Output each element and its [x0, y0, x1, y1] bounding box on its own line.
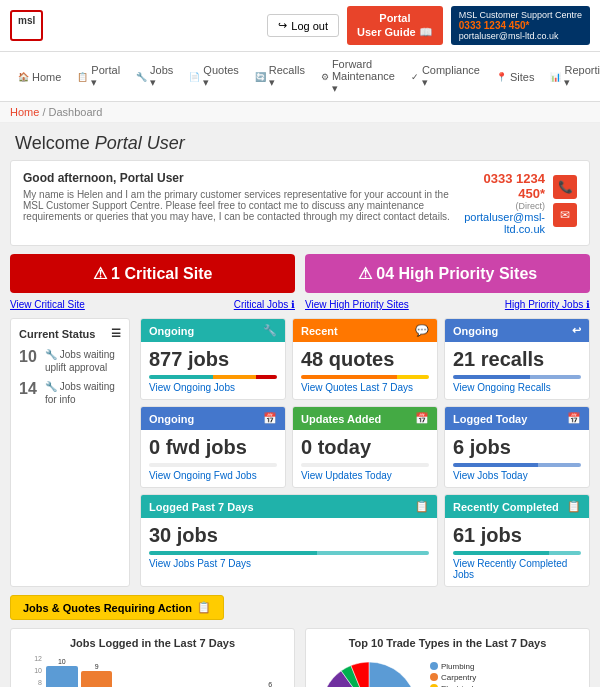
view-fwd-link[interactable]: View Ongoing Fwd Jobs: [149, 470, 277, 481]
critical-links: View Critical Site Critical Jobs ℹ: [10, 299, 295, 310]
welcome-title: Welcome Portal User: [15, 133, 585, 154]
high-priority-jobs-link[interactable]: High Priority Jobs ℹ: [505, 299, 590, 310]
email-button[interactable]: ✉: [553, 203, 577, 227]
updates-icon: 📅: [415, 412, 429, 425]
status-title: Current Status: [19, 328, 95, 340]
completed-icon: 📋: [567, 500, 581, 513]
alert-banners: ⚠ 1 Critical Site ⚠ 04 High Priority Sit…: [10, 254, 590, 293]
card-header-updates: Updates Added 📅: [293, 407, 437, 430]
critical-jobs-link[interactable]: Critical Jobs ℹ: [234, 299, 295, 310]
view-critical-link[interactable]: View Critical Site: [10, 299, 85, 310]
bar-chart-container: Jobs 121086420 1025/Oct926/Oct527/Oct328…: [19, 655, 286, 687]
main-content: Current Status ☰ 10 🔧 Jobs waiting uplif…: [10, 318, 590, 587]
card-header-7days: Logged Past 7 Days 📋: [141, 495, 437, 518]
action-button[interactable]: Jobs & Quotes Requiring Action 📋: [10, 595, 224, 620]
info-desc: 🔧 Jobs waiting for info: [45, 380, 121, 406]
card-completed: Recently Completed 📋 61 jobs View Recent…: [444, 494, 590, 587]
uplift-desc: 🔧 Jobs waiting uplift approval: [45, 348, 121, 374]
recall-icon: ↩: [572, 324, 581, 337]
card-header-fwd: Ongoing 📅: [141, 407, 285, 430]
portal-guide-label: Portal User Guide: [357, 12, 416, 37]
breadcrumb-home[interactable]: Home: [10, 106, 39, 118]
critical-site-banner: ⚠ 1 Critical Site: [10, 254, 295, 293]
legend-item: Carpentry: [430, 673, 481, 682]
support-info: MSL Customer Support Centre 0333 1234 45…: [451, 6, 590, 45]
support-title: MSL Customer Support Centre: [459, 10, 582, 20]
breadcrumb-current: Dashboard: [49, 106, 103, 118]
contact-icon-group: 📞 ✉: [553, 175, 577, 227]
pie-container: PlumbingCarpentryElectricalBuildingMulti…: [314, 655, 581, 687]
nav-maintenance[interactable]: ⚙ Forward Maintenance ▾: [313, 52, 403, 101]
card-ongoing-jobs: Ongoing 🔧 877 jobs View Ongoing Jobs: [140, 318, 286, 400]
card-header-logged: Logged Today 📅: [445, 407, 589, 430]
card-body-7days: 30 jobs View Jobs Past 7 Days: [141, 518, 437, 575]
nav-home[interactable]: 🏠 Home: [10, 52, 69, 101]
wrench-icon-2: 🔧: [45, 381, 57, 392]
card-logged-today: Logged Today 📅 6 jobs View Jobs Today: [444, 406, 590, 488]
wrench-icon-card: 🔧: [263, 324, 277, 337]
user-greeting: Good afternoon, Portal User: [23, 171, 464, 185]
view-7days-link[interactable]: View Jobs Past 7 Days: [149, 558, 429, 569]
logout-label: Log out: [291, 20, 328, 32]
contact-phone: 0333 1234 450*: [464, 171, 545, 201]
welcome-section: Welcome Portal User: [0, 123, 600, 160]
calendar-icon: 📅: [263, 412, 277, 425]
contact-section: 0333 1234 450* (Direct) portaluser@msl-l…: [464, 171, 577, 235]
pie-chart-title: Top 10 Trade Types in the Last 7 Days: [314, 637, 581, 649]
card-quotes: Recent 💬 48 quotes View Quotes Last 7 Da…: [292, 318, 438, 400]
high-priority-links: View High Priority Sites High Priority J…: [305, 299, 590, 310]
bar-chart: 1025/Oct926/Oct527/Oct328/Oct229/Oct130/…: [46, 655, 286, 687]
header: msl ↪ Log out Portal User Guide 📖 MSL Cu…: [0, 0, 600, 52]
contact-email: portaluser@msl-ltd.co.uk: [464, 211, 545, 235]
critical-text: 1 Critical Site: [111, 265, 212, 282]
view-quotes-link[interactable]: View Quotes Last 7 Days: [301, 382, 429, 393]
nav-recalls[interactable]: 🔄 Recalls ▾: [247, 52, 313, 101]
view-high-link[interactable]: View High Priority Sites: [305, 299, 409, 310]
status-sidebar: Current Status ☰ 10 🔧 Jobs waiting uplif…: [10, 318, 130, 587]
speech-icon: 💬: [415, 324, 429, 337]
y-label: Jobs: [19, 655, 26, 687]
critical-icon: ⚠: [93, 265, 107, 282]
status-item-info: 14 🔧 Jobs waiting for info: [19, 380, 121, 406]
card-fwd-jobs: Ongoing 📅 0 fwd jobs View Ongoing Fwd Jo…: [140, 406, 286, 488]
portal-guide-button[interactable]: Portal User Guide 📖: [347, 6, 443, 44]
view-recalls-link[interactable]: View Ongoing Recalls: [453, 382, 581, 393]
pie-chart-svg: [314, 655, 424, 687]
view-logged-today-link[interactable]: View Jobs Today: [453, 470, 581, 481]
nav-compliance[interactable]: ✓ Compliance ▾: [403, 52, 488, 101]
bar-chart-box: Jobs Logged in the Last 7 Days Jobs 1210…: [10, 628, 295, 687]
action-icon: 📋: [197, 601, 211, 614]
view-updates-link[interactable]: View Updates Today: [301, 470, 429, 481]
card-body-recalls: 21 recalls View Ongoing Recalls: [445, 342, 589, 399]
card-body-completed: 61 jobs View Recently Completed Jobs: [445, 518, 589, 586]
contact-details: 0333 1234 450* (Direct) portaluser@msl-l…: [464, 171, 545, 235]
view-ongoing-jobs-link[interactable]: View Ongoing Jobs: [149, 382, 277, 393]
pie-segment: [369, 662, 416, 687]
bar-area: 1025/Oct926/Oct527/Oct328/Oct229/Oct130/…: [46, 655, 286, 687]
logout-button[interactable]: ↪ Log out: [267, 14, 339, 37]
nav-quotes[interactable]: 📄 Quotes ▾: [181, 52, 246, 101]
card-body-fwd: 0 fwd jobs View Ongoing Fwd Jobs: [141, 430, 285, 487]
uplift-number: 10: [19, 348, 41, 366]
logo: msl: [10, 10, 43, 41]
card-header-ongoing: Ongoing 🔧: [141, 319, 285, 342]
info-number: 14: [19, 380, 41, 398]
bar-item: 1025/Oct: [46, 658, 78, 687]
header-right: ↪ Log out Portal User Guide 📖 MSL Custom…: [267, 6, 590, 45]
legend-item: Electrical: [430, 684, 481, 688]
nav-jobs[interactable]: 🔧 Jobs ▾: [128, 52, 181, 101]
nav-reporting[interactable]: 📊 Reporting ▾: [542, 52, 600, 101]
charts-section: Jobs Logged in the Last 7 Days Jobs 1210…: [10, 628, 590, 687]
card-logged-7days: Logged Past 7 Days 📋 30 jobs View Jobs P…: [140, 494, 438, 587]
pie-legend: PlumbingCarpentryElectricalBuildingMulti…: [430, 662, 481, 688]
nav-portal[interactable]: 📋 Portal ▾: [69, 52, 128, 101]
user-description: My name is Helen and I am the primary cu…: [23, 189, 464, 222]
view-completed-link[interactable]: View Recently Completed Jobs: [453, 558, 581, 580]
phone-button[interactable]: 📞: [553, 175, 577, 199]
dashboard-grid: Ongoing 🔧 877 jobs View Ongoing Jobs Rec…: [140, 318, 590, 587]
nav-sites[interactable]: 📍 Sites: [488, 52, 542, 101]
wrench-icon: 🔧: [45, 349, 57, 360]
bar-chart-title: Jobs Logged in the Last 7 Days: [19, 637, 286, 649]
high-priority-icon: ⚠: [358, 265, 372, 282]
card-body-updates: 0 today View Updates Today: [293, 430, 437, 487]
